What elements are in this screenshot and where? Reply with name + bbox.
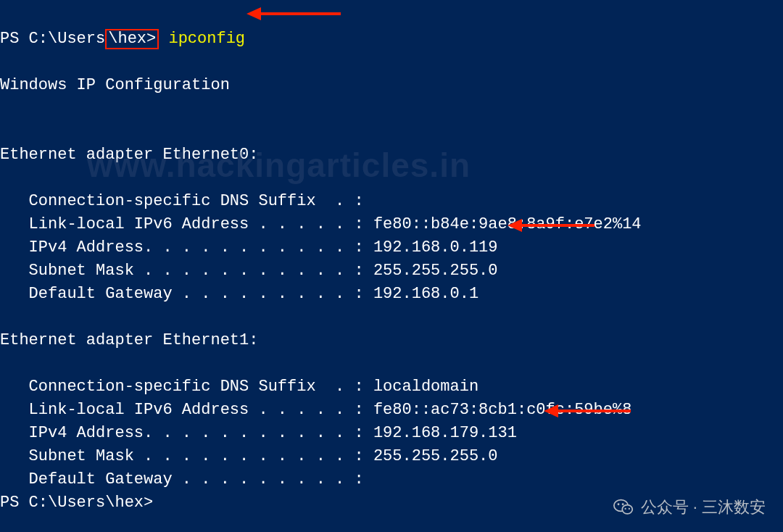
adapter0-mask-value: 255.255.255.0 <box>373 262 498 280</box>
prompt-2: PS C:\Users\hex> <box>0 494 153 512</box>
svg-point-8 <box>617 503 619 505</box>
prompt-boxed-user: \hex> <box>105 29 159 49</box>
header-line: Windows IP Configuration <box>0 76 230 94</box>
svg-point-11 <box>628 508 629 510</box>
adapter0-ipv4-label: IPv4 Address. . . . . . . . . . . : <box>0 238 373 257</box>
footer-text: 公众号 · 三沐数安 <box>641 496 766 519</box>
adapter0-ipv6-label: Link-local IPv6 Address . . . . . : <box>0 215 373 233</box>
svg-point-7 <box>622 505 632 514</box>
adapter0-mask-label: Subnet Mask . . . . . . . . . . . : <box>0 262 373 280</box>
adapter0-dns-label: Connection-specific DNS Suffix . : <box>0 192 364 210</box>
adapter1-ipv4-label: IPv4 Address. . . . . . . . . . . : <box>0 424 373 442</box>
command-ipconfig: ipconfig <box>168 30 245 48</box>
adapter1-title: Ethernet adapter Ethernet1: <box>0 331 258 349</box>
adapter1-gw-label: Default Gateway . . . . . . . . . : <box>0 470 364 489</box>
svg-point-10 <box>624 508 626 510</box>
adapter1-mask-label: Subnet Mask . . . . . . . . . . . : <box>0 447 373 465</box>
adapter0-gw-value: 192.168.0.1 <box>373 285 478 303</box>
wechat-icon <box>613 498 634 517</box>
footer-watermark: 公众号 · 三沐数安 <box>613 496 766 519</box>
svg-point-9 <box>621 503 624 505</box>
adapter1-ipv6-label: Link-local IPv6 Address . . . . . : <box>0 401 373 419</box>
adapter1-ipv6-value: fe80::ac73:8cb1:c0fc:59be%8 <box>373 401 631 419</box>
prompt-prefix: PS C:\Users <box>0 30 105 48</box>
adapter1-mask-value: 255.255.255.0 <box>373 447 498 465</box>
adapter1-ipv4-value: 192.168.179.131 <box>373 424 517 442</box>
adapter1-dns-value: localdomain <box>373 378 478 396</box>
adapter0-ipv4-value: 192.168.0.119 <box>373 238 498 257</box>
adapter0-gw-label: Default Gateway . . . . . . . . . : <box>0 285 373 303</box>
adapter0-title: Ethernet adapter Ethernet0: <box>0 146 258 164</box>
terminal-output[interactable]: PS C:\Users\hex> ipconfig Windows IP Con… <box>0 4 783 515</box>
adapter1-dns-label: Connection-specific DNS Suffix . : <box>0 378 373 396</box>
adapter0-ipv6-value: fe80::b84e:9ae8:8a9f:e7e2%14 <box>373 215 642 233</box>
